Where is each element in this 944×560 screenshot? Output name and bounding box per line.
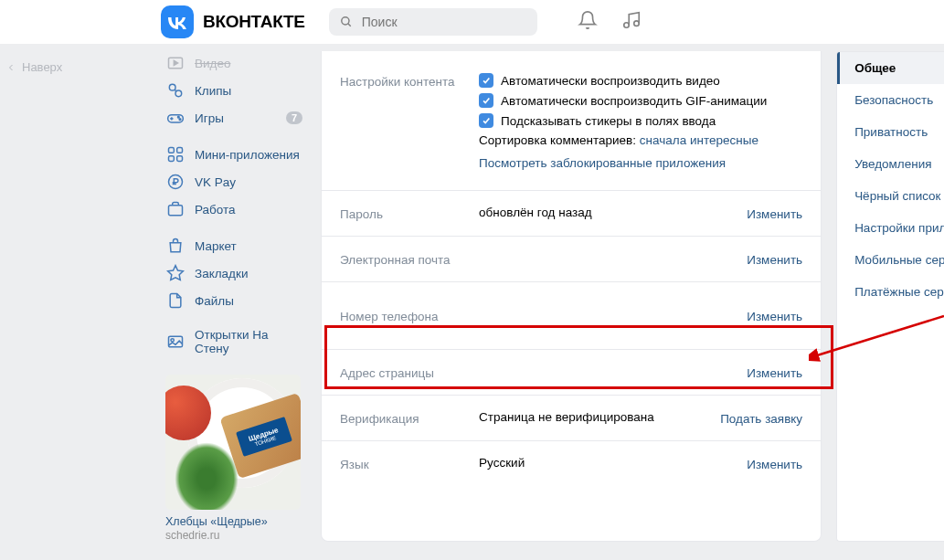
setting-label: Пароль <box>340 206 479 221</box>
nav-general[interactable]: Общее <box>837 52 944 84</box>
sidebar-item-label: Открытки На Стену <box>195 328 301 355</box>
sidebar-item-label: VK Pay <box>195 175 236 189</box>
change-link[interactable]: Изменить <box>747 456 802 471</box>
ad-title: Хлебцы «Щедрые» <box>165 515 302 528</box>
ad-image: Щедрые ТОНКИЕ <box>165 375 301 510</box>
setting-phone: Номер телефона Изменить <box>322 281 821 349</box>
back-to-top-label: Наверх <box>22 60 62 74</box>
sidebar-item-jobs[interactable]: Работа <box>161 195 306 223</box>
svg-rect-13 <box>169 148 175 153</box>
setting-label: Настройки контента <box>340 73 479 89</box>
svg-rect-16 <box>177 156 183 162</box>
music-icon[interactable] <box>621 10 642 34</box>
nav-mobile-services[interactable]: Мобильные сервисы <box>837 244 944 276</box>
search-icon <box>340 15 353 29</box>
sidebar-item-label: Игры <box>195 111 224 125</box>
setting-value: Страница не верифицирована <box>479 410 720 424</box>
search-box[interactable] <box>329 8 537 36</box>
bell-icon[interactable] <box>578 10 598 34</box>
logo[interactable]: ВКОНТАКТЕ <box>161 5 305 38</box>
ad-domain: schedrie.ru <box>165 529 302 542</box>
setting-label: Верификация <box>340 410 479 426</box>
blocked-apps-link[interactable]: Посмотреть заблокированные приложения <box>479 156 726 170</box>
sidebar-item-clips[interactable]: Клипы <box>161 77 306 104</box>
settings-nav: Общее Безопасность Приватность Уведомлен… <box>836 51 944 542</box>
setting-email: Электронная почта Изменить <box>322 236 821 281</box>
sidebar-item-games[interactable]: Игры 7 <box>161 104 306 132</box>
video-icon <box>166 54 185 72</box>
checkbox-label: Автоматически воспроизводить GIF-анимаци… <box>501 94 767 108</box>
nav-blacklist[interactable]: Чёрный список <box>837 180 944 212</box>
clips-icon <box>166 81 185 100</box>
sidebar-item-video[interactable]: Видео <box>161 49 306 77</box>
checkbox-icon <box>479 113 493 128</box>
setting-label: Электронная почта <box>340 251 479 267</box>
sidebar-item-vkpay[interactable]: VK Pay <box>161 168 306 195</box>
header: ВКОНТАКТЕ <box>0 0 944 44</box>
sidebar-item-files[interactable]: Файлы <box>161 287 306 314</box>
setting-language: Язык Русский Изменить <box>322 440 821 486</box>
svg-line-1 <box>347 24 350 26</box>
ruble-icon <box>166 173 185 191</box>
checkbox-autoplay-gif[interactable]: Автоматически воспроизводить GIF-анимаци… <box>479 93 802 108</box>
checkbox-sticker-hints[interactable]: Подсказывать стикеры в полях ввода <box>479 113 802 128</box>
nav-app-settings[interactable]: Настройки приложений <box>837 212 944 244</box>
checkbox-autoplay-video[interactable]: Автоматически воспроизводить видео <box>479 73 802 88</box>
svg-marker-5 <box>174 61 177 66</box>
bag-icon <box>166 237 185 255</box>
svg-point-17 <box>169 175 183 189</box>
setting-label: Номер телефона <box>340 308 479 323</box>
brand-name: ВКОНТАКТЕ <box>203 12 305 32</box>
nav-notifications[interactable]: Уведомления <box>837 148 944 180</box>
file-icon <box>166 291 185 310</box>
svg-point-3 <box>633 21 639 26</box>
svg-rect-14 <box>177 148 183 153</box>
nav-privacy[interactable]: Приватность <box>837 116 944 148</box>
settings-panel: Настройки контента Автоматически воспрои… <box>321 51 822 542</box>
search-input[interactable] <box>362 15 526 29</box>
left-sidebar: Видео Клипы Игры 7 Мини-приложения VK Pa… <box>161 44 306 542</box>
sidebar-item-label: Файлы <box>195 294 234 308</box>
sidebar-item-miniapps[interactable]: Мини-приложения <box>161 141 306 168</box>
change-link[interactable]: Изменить <box>747 365 802 380</box>
checkbox-icon <box>479 73 493 88</box>
svg-rect-15 <box>169 156 175 162</box>
nav-security[interactable]: Безопасность <box>837 84 944 116</box>
star-icon <box>166 264 185 282</box>
sort-value-link[interactable]: сначала интересные <box>640 133 758 147</box>
card-icon <box>166 333 185 351</box>
checkbox-label: Автоматически воспроизводить видео <box>501 74 720 88</box>
setting-value: Русский <box>479 456 747 470</box>
sidebar-item-label: Работа <box>195 203 236 217</box>
setting-password: Пароль обновлён год назад Изменить <box>322 190 821 236</box>
sidebar-item-label: Маркет <box>195 239 237 253</box>
briefcase-icon <box>166 200 185 218</box>
change-link[interactable]: Изменить <box>747 251 802 267</box>
sidebar-item-label: Закладки <box>195 267 248 280</box>
setting-verification: Верификация Страница не верифицирована П… <box>322 395 821 440</box>
ad-block[interactable]: Щедрые ТОНКИЕ Хлебцы «Щедрые» schedrie.r… <box>161 375 306 542</box>
svg-point-21 <box>171 339 174 342</box>
svg-point-11 <box>178 116 180 118</box>
sidebar-item-label: Мини-приложения <box>195 148 300 162</box>
svg-point-2 <box>623 23 629 28</box>
vk-logo-icon <box>161 5 194 38</box>
setting-address: Адрес страницы Изменить <box>322 349 821 395</box>
change-link[interactable]: Изменить <box>747 308 802 323</box>
sidebar-item-market[interactable]: Маркет <box>161 232 306 259</box>
svg-marker-19 <box>168 266 184 280</box>
setting-value: обновлён год назад <box>479 206 747 219</box>
sidebar-item-label: Видео <box>195 57 230 70</box>
svg-point-12 <box>179 119 181 121</box>
sidebar-item-bookmarks[interactable]: Закладки <box>161 259 306 287</box>
checkbox-label: Подсказывать стикеры в полях ввода <box>501 114 716 128</box>
nav-payment-services[interactable]: Платёжные сервисы <box>837 276 944 308</box>
sort-label: Сортировка комментариев: <box>479 133 636 147</box>
back-to-top[interactable]: Наверх <box>5 60 62 74</box>
apply-link[interactable]: Подать заявку <box>720 410 802 426</box>
svg-point-7 <box>175 90 182 97</box>
sidebar-item-label: Клипы <box>195 84 231 98</box>
change-link[interactable]: Изменить <box>747 206 802 221</box>
sidebar-item-postcards[interactable]: Открытки На Стену <box>161 323 306 360</box>
checkbox-icon <box>479 93 493 108</box>
